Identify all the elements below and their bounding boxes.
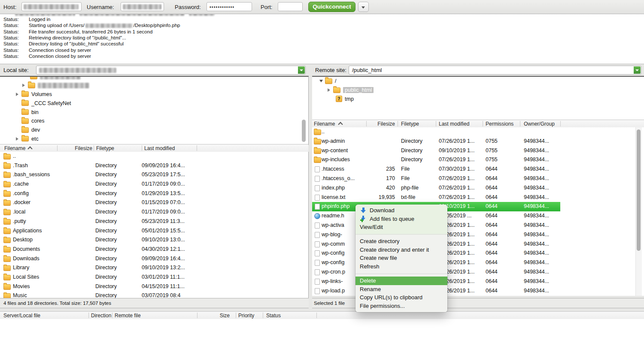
local-file-row[interactable]: Local Sites Directory 03/01/2019 11:1...	[0, 273, 308, 282]
column-permissions[interactable]: Permissions	[486, 121, 513, 127]
status-message: Connection closed by server	[29, 53, 91, 59]
cell-filename: Movies	[13, 282, 30, 292]
local-file-row[interactable]: Desktop Directory 09/10/2019 13:0...	[0, 235, 308, 245]
chevron-down-icon[interactable]	[319, 80, 323, 82]
remote-tree-item[interactable]: tmp	[312, 95, 644, 104]
context-menu-item[interactable]: Add files to queue	[355, 215, 447, 223]
remote-file-row[interactable]: wp-content Directory 09/10/2019 1... 075…	[312, 146, 644, 156]
column-filename[interactable]: Filename	[314, 121, 335, 127]
quickconnect-dropdown-button[interactable]	[358, 2, 369, 12]
cell-last-modified: 03/07/2019 08:4	[142, 291, 180, 298]
remote-tree-item[interactable]: /	[312, 77, 644, 86]
column-last-modified[interactable]: Last modified	[439, 121, 469, 127]
local-tree-item[interactable]: redacted	[0, 76, 308, 81]
local-file-row[interactable]: Movies Directory 04/15/2019 11:1...	[0, 282, 308, 292]
remote-file-row[interactable]: .htaccess 235 File 07/30/2019 1... 0644 …	[312, 165, 644, 174]
context-menu-item[interactable]: Delete	[355, 277, 447, 285]
cell-last-modified: 07/26/2019 1...	[439, 193, 474, 202]
column-last-modified[interactable]: Last modified	[144, 145, 175, 151]
site-path-row: Local site: Remote site: /public_html	[0, 64, 644, 76]
column-status[interactable]: Status	[266, 313, 281, 319]
host-input[interactable]	[21, 2, 82, 11]
local-file-row[interactable]: .putty Directory 05/23/2019 11:3...	[0, 217, 308, 226]
chevron-right-icon[interactable]	[16, 93, 18, 96]
local-file-row[interactable]: Library Directory 09/10/2019 13:2...	[0, 263, 308, 273]
column-priority[interactable]: Priority	[238, 313, 254, 319]
cell-filetype: Directory	[401, 155, 422, 165]
username-input[interactable]	[121, 2, 164, 11]
cell-filesize: 235	[363, 165, 395, 174]
remote-site-dropdown-icon[interactable]	[634, 66, 641, 74]
remote-file-row[interactable]: index.php 420 php-file 07/26/2019 1... 0…	[312, 184, 644, 193]
context-menu-item[interactable]: Rename	[355, 285, 447, 294]
cell-permissions: 0644	[486, 277, 498, 286]
context-menu-item[interactable]: View/Edit	[355, 223, 447, 232]
remote-file-row[interactable]: wp-admin Directory 07/26/2019 1... 0755 …	[312, 137, 644, 146]
remote-list-scrollbar-thumb[interactable]	[637, 129, 641, 251]
folder-icon	[28, 83, 35, 88]
local-tree-item[interactable]: dev	[0, 126, 308, 135]
context-menu-item[interactable]: Create new file	[355, 254, 447, 262]
local-site-dropdown-icon[interactable]	[298, 66, 305, 74]
local-file-row[interactable]: Music Directory 03/07/2019 08:4	[0, 291, 308, 298]
quickconnect-button[interactable]: Quickconnect	[308, 2, 355, 12]
local-file-row[interactable]: Applications Directory 05/01/2019 15:5..…	[0, 226, 308, 236]
remote-file-row[interactable]: wp-includes Directory 07/26/2019 1... 07…	[312, 155, 644, 165]
chevron-right-icon[interactable]	[22, 84, 25, 87]
remote-tree-item[interactable]: public_html	[312, 86, 644, 95]
local-file-row[interactable]: .bash_sessions Directory 05/23/2019 17:5…	[0, 170, 308, 180]
local-tree-item[interactable]: etc	[0, 135, 308, 144]
column-filesize[interactable]: Filesize	[60, 145, 92, 151]
cell-filename: wp-admin	[322, 137, 345, 146]
column-remote-file[interactable]: Remote file	[115, 313, 141, 319]
context-menu-item[interactable]: File permissions...	[355, 302, 447, 310]
column-filetype[interactable]: Filetype	[96, 145, 114, 151]
context-menu-item[interactable]: Refresh	[355, 262, 447, 271]
local-file-row[interactable]: .local Directory 01/17/2019 09:0...	[0, 208, 308, 217]
local-file-row[interactable]: .Trash Directory 09/09/2019 16:4...	[0, 161, 308, 171]
folder-icon	[21, 118, 29, 124]
column-filetype[interactable]: Filetype	[401, 121, 419, 127]
cell-filename: wp-load.p	[322, 286, 345, 296]
status-log-line: Status: Logged in	[0, 16, 644, 22]
password-input[interactable]: ••••••••••••	[207, 2, 252, 11]
remote-file-row[interactable]: .htaccess_o... 170 File 07/26/2019 1... …	[312, 174, 644, 184]
column-direction[interactable]: Direction	[91, 313, 111, 319]
context-menu-item[interactable]: Copy URL(s) to clipboard	[355, 293, 447, 302]
chevron-right-icon[interactable]	[328, 88, 330, 92]
local-site-combo[interactable]	[36, 66, 306, 75]
status-label: Status:	[3, 47, 19, 53]
context-menu-item[interactable]: Download	[355, 206, 447, 215]
local-file-row[interactable]: .cache Directory 01/17/2019 09:0...	[0, 180, 308, 189]
column-server-local-file[interactable]: Server/Local file	[3, 313, 40, 319]
local-tree-item[interactable]: _CCC SafetyNet	[0, 99, 308, 108]
column-filesize[interactable]: Filesize	[368, 121, 395, 127]
context-menu-item[interactable]: Create directory	[355, 237, 447, 246]
local-tree-item[interactable]: cores	[0, 117, 308, 126]
port-input[interactable]	[278, 2, 303, 11]
local-file-row[interactable]: .docker Directory 01/15/2019 07:0...	[0, 198, 308, 208]
cell-owner-group: 9498344...	[524, 146, 549, 156]
cell-owner-group: 9498344...	[524, 221, 549, 230]
local-file-row[interactable]: Documents Directory 04/30/2019 12:1...	[0, 245, 308, 254]
local-tree-item[interactable]: Volumes	[0, 90, 308, 99]
remote-file-row[interactable]: ..	[312, 127, 644, 137]
context-menu-item[interactable]	[355, 274, 447, 274]
local-tree-scrollbar[interactable]	[302, 120, 306, 142]
local-tree-item[interactable]: redacted	[0, 81, 308, 90]
context-menu-item[interactable]	[355, 234, 447, 235]
context-menu-item[interactable]: Create directory and enter it	[355, 246, 447, 254]
cell-last-modified: 07/30/2019 1...	[439, 165, 474, 174]
local-file-row[interactable]: .config Directory 01/29/2019 13:5...	[0, 189, 308, 199]
local-tree-item[interactable]: bin	[0, 108, 308, 117]
column-owner-group[interactable]: Owner/Group	[524, 121, 555, 127]
chevron-right-icon[interactable]	[16, 137, 18, 141]
local-file-row[interactable]: ..	[0, 152, 308, 161]
column-filename[interactable]: Filename	[4, 145, 25, 151]
remote-list-scrollbar-track[interactable]	[635, 127, 642, 296]
local-file-row[interactable]: Downloads Directory 09/09/2019 16:4...	[0, 254, 308, 264]
remote-file-row[interactable]: license.txt 19,935 txt-file 07/26/2019 1…	[312, 193, 644, 202]
cell-permissions: 0644	[486, 286, 498, 296]
column-size[interactable]: Size	[206, 313, 230, 319]
remote-site-combo[interactable]: /public_html	[349, 66, 641, 75]
